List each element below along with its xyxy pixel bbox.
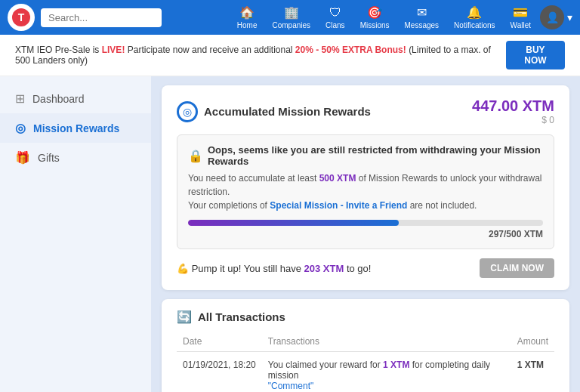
dashboard-icon: ⊞ [15, 91, 25, 106]
rewards-amount-group: 447.00 XTM $ 0 [472, 97, 554, 125]
logo[interactable]: T [8, 4, 35, 31]
main-layout: ⊞ Dashboard ◎ Mission Rewards 🎁 Gifts ◎ … [0, 76, 580, 392]
banner-product: XTM IEO Pre-Sale [15, 45, 90, 55]
main-content: ◎ Accumulated Mission Rewards 447.00 XTM… [151, 76, 580, 392]
tx-amount: 1 XTM [511, 352, 554, 393]
nav-missions-label: Missions [360, 21, 390, 29]
nav-clans-label: Clans [325, 21, 345, 29]
nav-companies[interactable]: 🏢 Companies [266, 2, 316, 32]
notifications-icon: 🔔 [467, 5, 482, 20]
user-avatar[interactable]: 👤 [540, 5, 564, 29]
missions-icon: 🎯 [367, 5, 382, 20]
transactions-table: Date Transactions Amount 01/19/2021, 18:… [177, 332, 554, 392]
warning-text: You need to accumulate at least 500 XTM … [188, 171, 543, 212]
sidebar-item-mission-rewards[interactable]: ◎ Mission Rewards [0, 113, 151, 143]
rewards-xtm-amount: 447.00 XTM [472, 97, 554, 115]
tx-mission-link[interactable]: "Comment" [268, 381, 314, 391]
rewards-title: Accumulated Mission Rewards [204, 105, 371, 118]
messages-icon: ✉ [417, 5, 427, 20]
transactions-header: 🔄 All Transactions [177, 310, 554, 324]
claim-now-button[interactable]: CLAIM NOW [480, 258, 554, 278]
warning-line3: Your completions of [188, 200, 270, 211]
logo-icon: T [12, 8, 30, 26]
col-amount: Amount [511, 332, 554, 352]
mission-rewards-icon: ◎ [15, 121, 26, 135]
nav-companies-label: Companies [272, 21, 310, 29]
warning-link: Special Mission - Invite a Friend [270, 200, 407, 211]
rewards-card: ◎ Accumulated Mission Rewards 447.00 XTM… [162, 85, 569, 290]
nav-missions[interactable]: 🎯 Missions [354, 2, 396, 32]
banner-participate: Participate now and receive an additiona… [128, 45, 295, 55]
sidebar-item-dashboard[interactable]: ⊞ Dashboard [0, 84, 151, 113]
progress-label: 297/500 XTM [188, 229, 543, 239]
gifts-icon: 🎁 [15, 150, 30, 165]
nav-wallet-label: Wallet [511, 21, 531, 29]
nav-notifications-label: Notifications [454, 21, 495, 29]
tx-date: 01/19/2021, 18:20 [177, 352, 262, 393]
nav-items: 🏠 Home 🏢 Companies 🛡 Clans 🎯 Missions ✉ … [231, 2, 572, 32]
sidebar-gifts-label: Gifts [38, 152, 60, 164]
lock-icon: 🔒 [188, 149, 203, 163]
withdrawal-warning: 🔒 Oops, seems like you are still restric… [177, 134, 554, 249]
col-transactions: Transactions [262, 332, 511, 352]
nav-home[interactable]: 🏠 Home [231, 2, 264, 32]
banner-percent: 20% - 50% EXTRA Bonus! [295, 45, 406, 55]
warning-line1: You need to accumulate at least [188, 173, 319, 184]
warning-xtm: 500 XTM [319, 173, 356, 184]
promo-banner: XTM IEO Pre-Sale is LIVE! Participate no… [0, 35, 580, 76]
sidebar-mission-rewards-label: Mission Rewards [33, 122, 119, 134]
col-date: Date [177, 332, 262, 352]
pump-icon: 💪 [177, 263, 189, 274]
rewards-title-group: ◎ Accumulated Mission Rewards [177, 101, 371, 122]
wallet-icon: 💳 [513, 5, 528, 20]
banner-live: LIVE! [102, 45, 125, 55]
top-nav: T 🏠 Home 🏢 Companies 🛡 Clans 🎯 Missions … [0, 0, 580, 35]
clans-icon: 🛡 [329, 6, 341, 20]
rewards-circle-icon: ◎ [177, 101, 198, 122]
progress-container: 297/500 XTM [188, 220, 543, 239]
search-input[interactable] [41, 8, 162, 27]
pump-row: 💪 Pump it up! You still have 203 XTM to … [177, 258, 554, 278]
banner-is: is [93, 45, 102, 55]
pump-text1: Pump it up! You still have [192, 263, 304, 274]
progress-bar-fill [188, 220, 399, 226]
rewards-usd-amount: $ 0 [472, 115, 554, 125]
tx-description: You claimed your reward for 1 XTM for co… [262, 352, 511, 393]
nav-messages[interactable]: ✉ Messages [399, 2, 446, 32]
nav-home-label: Home [237, 21, 258, 29]
pump-xtm: 203 XTM [304, 263, 344, 274]
avatar-chevron-icon[interactable]: ▾ [567, 11, 572, 23]
sidebar-item-gifts[interactable]: 🎁 Gifts [0, 143, 151, 172]
progress-bar-background [188, 220, 543, 226]
buy-now-button[interactable]: BUY NOW [506, 41, 565, 69]
pump-text2: to go! [347, 263, 372, 274]
refresh-icon: 🔄 [177, 310, 192, 324]
home-icon: 🏠 [239, 5, 255, 20]
pump-text: 💪 Pump it up! You still have 203 XTM to … [177, 263, 371, 274]
nav-wallet[interactable]: 💳 Wallet [504, 2, 537, 32]
nav-clans[interactable]: 🛡 Clans [319, 3, 351, 32]
banner-text: XTM IEO Pre-Sale is LIVE! Participate no… [15, 45, 494, 66]
companies-icon: 🏢 [284, 5, 299, 20]
warning-title-text: Oops, seems like you are still restricte… [208, 144, 543, 167]
sidebar: ⊞ Dashboard ◎ Mission Rewards 🎁 Gifts [0, 76, 151, 392]
rewards-header: ◎ Accumulated Mission Rewards 447.00 XTM… [177, 97, 554, 125]
table-row: 01/19/2021, 18:20 You claimed your rewar… [177, 352, 554, 393]
nav-notifications[interactable]: 🔔 Notifications [448, 2, 501, 32]
sidebar-dashboard-label: Dashboard [32, 93, 85, 105]
warning-line4: are not included. [407, 200, 477, 211]
transactions-card: 🔄 All Transactions Date Transactions Amo… [162, 299, 569, 392]
warning-title: 🔒 Oops, seems like you are still restric… [188, 144, 543, 167]
nav-messages-label: Messages [405, 21, 440, 29]
transactions-title: All Transactions [198, 310, 285, 323]
